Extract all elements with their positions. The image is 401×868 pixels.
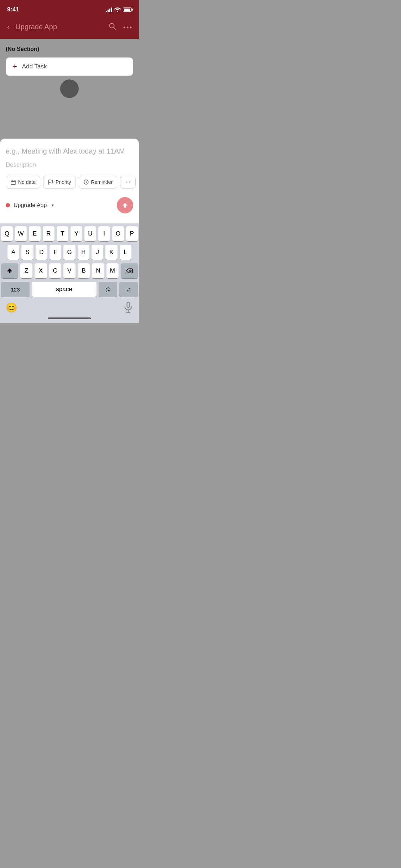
chevron-down-icon: ▾ xyxy=(52,203,54,208)
section-title: (No Section) xyxy=(6,46,133,52)
key-N[interactable]: N xyxy=(92,263,104,278)
numbers-key[interactable]: 123 xyxy=(1,282,30,297)
keyboard-row-3: Z X C V B N M xyxy=(1,263,138,278)
bottom-sheet: e.g., Meeting with Alex today at 11AM De… xyxy=(0,139,139,223)
project-name: Upgrade App xyxy=(14,202,47,208)
priority-button[interactable]: Priority xyxy=(43,176,76,188)
key-J[interactable]: J xyxy=(92,245,103,260)
keyboard-row-2: A S D F G H J K L xyxy=(1,245,138,260)
key-Q[interactable]: Q xyxy=(1,226,13,241)
status-time: 9:41 xyxy=(7,6,19,13)
key-L[interactable]: L xyxy=(120,245,131,260)
battery-icon xyxy=(123,7,132,12)
key-I[interactable]: I xyxy=(98,226,110,241)
wifi-icon xyxy=(114,7,121,12)
emoji-button[interactable]: 😊 xyxy=(6,302,17,313)
drag-handle-container xyxy=(6,83,133,94)
key-Z[interactable]: Z xyxy=(20,263,32,278)
status-icons xyxy=(106,7,132,12)
search-button[interactable] xyxy=(107,21,118,33)
reminder-button[interactable]: Reminder xyxy=(79,176,118,188)
key-A[interactable]: A xyxy=(7,245,19,260)
key-M[interactable]: M xyxy=(106,263,119,278)
reminder-icon xyxy=(83,179,89,185)
home-indicator xyxy=(0,315,139,323)
key-W[interactable]: W xyxy=(15,226,27,241)
key-Y[interactable]: Y xyxy=(71,226,82,241)
svg-point-4 xyxy=(130,27,132,29)
svg-rect-5 xyxy=(11,180,15,185)
hash-key[interactable]: # xyxy=(119,282,138,297)
priority-label: Priority xyxy=(56,179,71,185)
description-input[interactable]: Description xyxy=(6,161,133,169)
key-R[interactable]: R xyxy=(43,226,54,241)
reminder-label: Reminder xyxy=(91,179,113,185)
key-C[interactable]: C xyxy=(49,263,61,278)
keyboard-row-bottom: 123 space @ # xyxy=(1,282,138,297)
more-options-button[interactable]: ··· xyxy=(120,176,136,188)
plus-icon: + xyxy=(12,63,17,71)
arrow-up-icon xyxy=(121,202,129,209)
key-H[interactable]: H xyxy=(78,245,89,260)
svg-point-2 xyxy=(124,27,125,29)
space-key[interactable]: space xyxy=(32,282,97,297)
drag-handle[interactable] xyxy=(60,79,79,98)
key-G[interactable]: G xyxy=(63,245,75,260)
key-V[interactable]: V xyxy=(63,263,75,278)
main-content: (No Section) + Add Task xyxy=(0,39,139,139)
svg-rect-13 xyxy=(127,302,130,308)
keyboard: Q W E R T Y U I O P A S D F G H J K L Z … xyxy=(0,223,139,300)
flag-icon xyxy=(48,179,53,185)
key-O[interactable]: O xyxy=(112,226,124,241)
task-actions: No date Priority Reminder ··· xyxy=(6,176,133,188)
key-S[interactable]: S xyxy=(21,245,33,260)
key-F[interactable]: F xyxy=(50,245,61,260)
at-key[interactable]: @ xyxy=(99,282,117,297)
key-D[interactable]: D xyxy=(36,245,47,260)
svg-point-3 xyxy=(127,27,129,29)
project-info[interactable]: Upgrade App ▾ xyxy=(6,202,54,208)
keyboard-row-1: Q W E R T Y U I O P xyxy=(1,226,138,241)
back-button[interactable]: ‹ xyxy=(6,21,11,33)
no-date-label: No date xyxy=(18,179,36,185)
mic-button[interactable] xyxy=(123,302,133,313)
project-row: Upgrade App ▾ xyxy=(6,194,133,218)
svg-line-1 xyxy=(114,27,115,29)
key-X[interactable]: X xyxy=(35,263,47,278)
submit-button[interactable] xyxy=(117,197,133,213)
key-U[interactable]: U xyxy=(84,226,96,241)
page-title: Upgrade App xyxy=(15,23,103,31)
shift-key[interactable] xyxy=(1,263,18,278)
key-T[interactable]: T xyxy=(57,226,68,241)
add-task-button[interactable]: + Add Task xyxy=(6,57,133,76)
more-button[interactable] xyxy=(122,22,133,32)
add-task-label: Add Task xyxy=(22,63,47,70)
status-bar: 9:41 xyxy=(0,0,139,18)
key-P[interactable]: P xyxy=(126,226,138,241)
delete-key[interactable] xyxy=(121,263,138,278)
home-bar xyxy=(48,317,91,319)
no-date-button[interactable]: No date xyxy=(6,176,40,188)
key-K[interactable]: K xyxy=(105,245,117,260)
nav-bar: ‹ Upgrade App xyxy=(0,18,139,39)
key-B[interactable]: B xyxy=(78,263,90,278)
signal-icon xyxy=(106,7,112,12)
keyboard-accessory-bar: 😊 xyxy=(0,300,139,315)
task-input[interactable]: e.g., Meeting with Alex today at 11AM xyxy=(6,147,133,158)
more-options-label: ··· xyxy=(126,179,130,185)
calendar-icon xyxy=(10,179,16,185)
project-dot xyxy=(6,203,10,207)
key-E[interactable]: E xyxy=(29,226,41,241)
